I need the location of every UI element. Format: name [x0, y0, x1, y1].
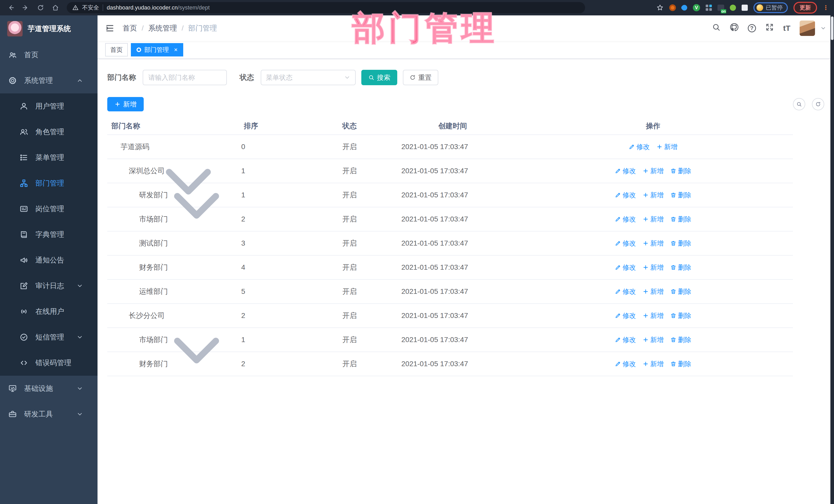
toggle-search-button[interactable] [793, 98, 805, 110]
edit-link[interactable]: 修改 [615, 335, 636, 344]
browser-back-button[interactable] [5, 2, 17, 13]
app-logo-image [7, 21, 23, 37]
add-link[interactable]: 新增 [642, 191, 664, 200]
sidebar-item-audit-log[interactable]: 审计日志 [0, 273, 97, 299]
col-status: 状态 [341, 121, 392, 131]
bookmark-star-icon[interactable] [656, 4, 664, 11]
plus-icon [642, 264, 649, 270]
delete-link[interactable]: 删除 [670, 263, 691, 272]
edit-link[interactable]: 修改 [615, 239, 636, 248]
extension-person-icon[interactable] [730, 5, 736, 11]
expand-arrow-icon[interactable] [119, 312, 127, 319]
font-size-icon[interactable]: tT [783, 24, 790, 32]
dept-name: 芋道源码 [120, 142, 149, 152]
sidebar-item-sms-mgmt[interactable]: 短信管理 [0, 324, 97, 350]
sidebar-item-role-mgmt[interactable]: 角色管理 [0, 119, 97, 145]
sidebar-item-post-mgmt[interactable]: 岗位管理 [0, 196, 97, 222]
browser-menu-icon[interactable]: ⋮ [823, 5, 829, 10]
sidebar-item-system-mgmt[interactable]: 系统管理 [0, 68, 97, 93]
delete-link[interactable]: 删除 [670, 335, 691, 344]
help-icon[interactable]: ? [748, 24, 756, 32]
expand-arrow-icon[interactable] [119, 167, 127, 175]
dept-created: 2021-01-05 17:03:47 [392, 215, 513, 223]
sidebar-item-notice[interactable]: 通知公告 [0, 247, 97, 273]
delete-link[interactable]: 删除 [670, 287, 691, 296]
status-select[interactable]: 菜单状态 [261, 70, 356, 85]
col-created: 创建时间 [392, 121, 513, 131]
avatar-caret-down-icon[interactable] [820, 25, 826, 31]
sidebar-toggle-icon[interactable] [105, 24, 114, 33]
add-link[interactable]: 新增 [642, 287, 664, 296]
dept-name-input[interactable] [143, 70, 227, 85]
sidebar-item-infrastructure[interactable]: 基础设施 [0, 376, 97, 401]
extension-orange-icon[interactable] [669, 4, 676, 11]
status-label: 状态 [240, 73, 254, 82]
browser-home-button[interactable] [50, 2, 61, 13]
user-avatar[interactable] [799, 21, 815, 36]
search-button[interactable]: 搜索 [361, 70, 397, 85]
github-icon[interactable] [730, 23, 739, 34]
browser-update-button[interactable]: 更新 [793, 2, 817, 14]
extension-drop-icon[interactable] [682, 5, 687, 10]
expand-arrow-icon[interactable] [111, 143, 118, 150]
delete-link[interactable]: 删除 [670, 215, 691, 224]
add-link[interactable]: 新增 [642, 239, 664, 248]
sidebar-item-user-mgmt[interactable]: 用户管理 [0, 93, 97, 119]
add-link[interactable]: 新增 [656, 143, 678, 151]
add-link[interactable]: 新增 [642, 215, 664, 224]
delete-link[interactable]: 删除 [670, 239, 691, 248]
edit-link[interactable]: 修改 [615, 311, 636, 320]
sidebar-item-label: 菜单管理 [36, 153, 64, 162]
add-link[interactable]: 新增 [642, 311, 664, 320]
sidebar-item-error-code-mgmt[interactable]: 错误码管理 [0, 350, 97, 376]
breadcrumb-home[interactable]: 首页 [123, 23, 137, 33]
fullscreen-icon[interactable] [765, 23, 774, 34]
extension-green-check-icon[interactable]: V [693, 4, 700, 11]
infrastructure-icon [8, 384, 17, 393]
delete-link[interactable]: 删除 [670, 167, 691, 176]
extension-on-badge-icon[interactable]: on [718, 5, 724, 11]
delete-link[interactable]: 删除 [670, 191, 691, 200]
dept-name: 市场部门 [139, 335, 168, 345]
refresh-table-button[interactable] [812, 98, 824, 110]
edit-link[interactable]: 修改 [629, 143, 650, 151]
add-link[interactable]: 新增 [642, 359, 664, 369]
edit-link[interactable]: 修改 [615, 359, 636, 369]
profile-paused-pill[interactable]: 已暂停 [753, 2, 788, 13]
edit-link[interactable]: 修改 [615, 167, 636, 176]
edit-link[interactable]: 修改 [615, 287, 636, 296]
edit-link[interactable]: 修改 [615, 263, 636, 272]
delete-link[interactable]: 删除 [670, 311, 691, 320]
reset-button[interactable]: 重置 [403, 70, 438, 85]
app-logo-bar[interactable]: 芋道管理系统 [0, 15, 97, 42]
tab-home[interactable]: 首页 [105, 43, 128, 57]
breadcrumb-system-mgmt[interactable]: 系统管理 [148, 23, 177, 33]
delete-link[interactable]: 删除 [670, 359, 691, 369]
close-tab-icon[interactable]: × [174, 46, 178, 53]
sidebar-item-menu-mgmt[interactable]: 菜单管理 [0, 145, 97, 170]
dept-status: 开启 [341, 166, 392, 176]
browser-forward-button[interactable] [20, 2, 31, 13]
sidebar-item-devtools[interactable]: 研发工具 [0, 401, 97, 427]
browser-reload-button[interactable] [35, 2, 46, 13]
sidebar-item-online-users[interactable]: 在线用户 [0, 299, 97, 324]
sidebar-item-dict-mgmt[interactable]: 字典管理 [0, 222, 97, 247]
address-bar[interactable]: 不安全 dashboard.yudao.iocoder.cn/system/de… [67, 2, 585, 13]
add-link[interactable]: 新增 [642, 263, 664, 272]
edit-link[interactable]: 修改 [615, 191, 636, 200]
sidebar-item-dept-mgmt[interactable]: 部门管理 [0, 170, 97, 196]
add-button[interactable]: 新增 [107, 97, 144, 111]
page-scrollbar[interactable] [830, 15, 834, 504]
add-link[interactable]: 新增 [642, 167, 664, 176]
search-icon[interactable] [712, 23, 721, 34]
dept-created: 2021-01-05 17:03:47 [392, 167, 513, 175]
add-link[interactable]: 新增 [642, 335, 664, 344]
tab-dept-mgmt[interactable]: 部门管理 × [131, 43, 183, 57]
dept-created: 2021-01-05 17:03:47 [392, 336, 513, 344]
extension-puzzle-icon[interactable] [742, 5, 748, 11]
sidebar-item-home[interactable]: 首页 [0, 42, 97, 68]
edit-link[interactable]: 修改 [615, 215, 636, 224]
extension-grid-icon[interactable] [706, 5, 712, 11]
scrollbar-thumb[interactable] [831, 17, 833, 40]
sidebar-item-label: 首页 [24, 50, 39, 60]
